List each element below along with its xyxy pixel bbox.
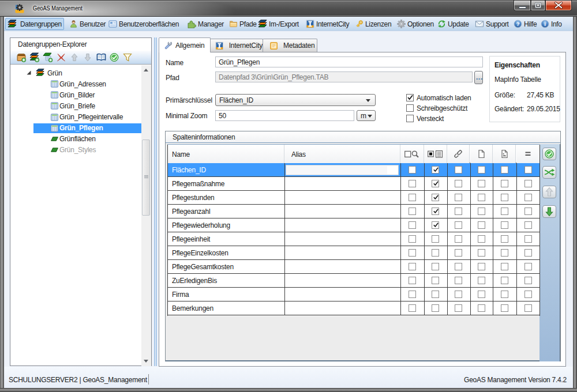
svg-text:?: ? [516, 21, 520, 27]
svg-text:i: i [544, 21, 545, 27]
